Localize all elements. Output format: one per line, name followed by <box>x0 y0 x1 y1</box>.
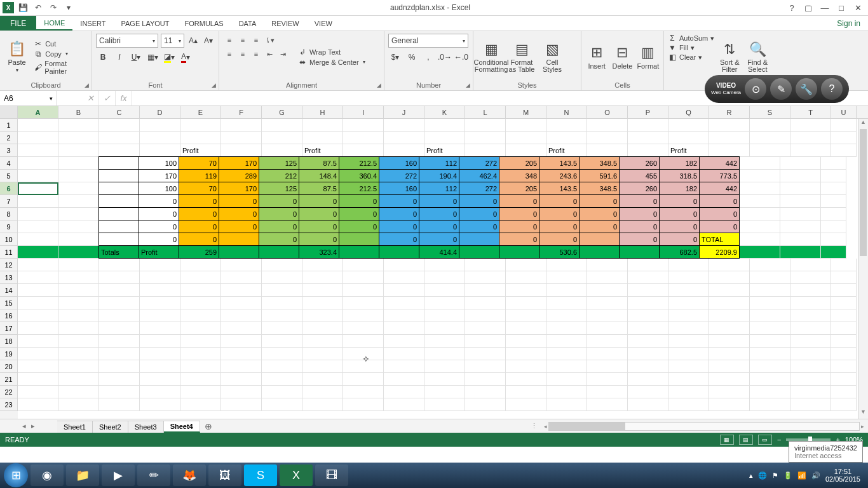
cell-I6[interactable]: 212.5 <box>339 182 379 195</box>
cell-L1[interactable] <box>465 119 506 132</box>
cell-S4[interactable] <box>740 157 780 170</box>
clear-button[interactable]: ◧Clear ▾ <box>668 53 714 62</box>
col-header-R[interactable]: R <box>709 106 750 118</box>
cell-I8[interactable]: 0 <box>339 207 379 220</box>
cell-D23[interactable] <box>140 398 180 411</box>
cell-T9[interactable] <box>780 220 821 233</box>
cell-U15[interactable] <box>831 297 857 309</box>
cell-C22[interactable] <box>99 386 140 398</box>
cell-U11[interactable] <box>821 246 846 259</box>
col-header-I[interactable]: I <box>343 106 384 118</box>
cell-A22[interactable] <box>18 386 58 398</box>
cell-L2[interactable] <box>465 132 506 144</box>
col-header-C[interactable]: C <box>99 106 140 118</box>
cell-B18[interactable] <box>58 335 99 348</box>
cell-H4[interactable]: 87.5 <box>299 156 339 170</box>
cell-P20[interactable] <box>628 360 668 373</box>
tray-clock[interactable]: 17:51 02/05/2015 <box>825 468 860 483</box>
cancel-formula-icon[interactable]: ✕ <box>83 91 99 105</box>
cell-G11[interactable] <box>259 245 299 259</box>
cell-I13[interactable] <box>343 271 384 284</box>
row-header-22[interactable]: 22 <box>0 386 18 398</box>
start-button[interactable]: ⊞ <box>4 463 28 487</box>
cell-U9[interactable] <box>821 220 846 233</box>
cell-H1[interactable] <box>302 119 343 132</box>
cell-R6[interactable]: 442 <box>699 182 740 195</box>
row-header-17[interactable]: 17 <box>0 322 18 335</box>
cell-B6[interactable] <box>58 182 99 195</box>
cell-P7[interactable]: 0 <box>619 194 660 208</box>
cell-L13[interactable] <box>465 271 506 284</box>
row-header-12[interactable]: 12 <box>0 259 18 271</box>
cell-H18[interactable] <box>302 335 343 348</box>
row-header-23[interactable]: 23 <box>0 398 18 411</box>
cell-N18[interactable] <box>546 335 587 348</box>
cell-S20[interactable] <box>750 360 790 373</box>
font-launcher[interactable]: ◢ <box>210 81 217 89</box>
col-header-A[interactable]: A <box>18 106 58 118</box>
row-header-6[interactable]: 6 <box>0 182 18 195</box>
cell-F19[interactable] <box>221 348 262 360</box>
paste-button[interactable]: 📋 Paste ▾ <box>4 34 30 80</box>
cell-J1[interactable] <box>384 119 424 132</box>
orientation-icon[interactable]: ⤹▾ <box>263 34 276 46</box>
cell-J7[interactable]: 0 <box>379 194 419 208</box>
cell-A18[interactable] <box>18 335 58 348</box>
cell-K2[interactable] <box>424 132 465 144</box>
cell-D14[interactable] <box>140 284 180 297</box>
cell-A11[interactable] <box>18 246 58 259</box>
cell-N5[interactable]: 243.6 <box>539 169 580 182</box>
cell-G10[interactable]: 0 <box>259 233 299 246</box>
col-header-P[interactable]: P <box>628 106 668 118</box>
cell-D21[interactable] <box>140 373 180 386</box>
cell-C16[interactable] <box>99 309 140 322</box>
cell-T14[interactable] <box>790 284 831 297</box>
cell-Q3[interactable]: Profit <box>668 144 709 157</box>
cell-B20[interactable] <box>58 360 99 373</box>
cell-O12[interactable] <box>587 259 628 271</box>
cell-L21[interactable] <box>465 373 506 386</box>
col-header-O[interactable]: O <box>587 106 628 118</box>
video-btn-3[interactable]: 🔧 <box>796 78 817 100</box>
tab-data[interactable]: DATA <box>231 16 264 30</box>
cell-U2[interactable] <box>831 132 857 144</box>
cell-O19[interactable] <box>587 348 628 360</box>
cell-E10[interactable]: 0 <box>179 233 219 246</box>
cell-Q8[interactable]: 0 <box>659 207 700 220</box>
row-header-2[interactable]: 2 <box>0 132 18 144</box>
cell-M23[interactable] <box>506 398 546 411</box>
cell-F22[interactable] <box>221 386 262 398</box>
cell-E18[interactable] <box>180 335 221 348</box>
cell-B3[interactable] <box>58 144 99 157</box>
cell-T2[interactable] <box>790 132 831 144</box>
cell-S3[interactable] <box>750 144 790 157</box>
cell-U13[interactable] <box>831 271 857 284</box>
cell-D7[interactable]: 0 <box>139 194 179 208</box>
cell-T23[interactable] <box>790 398 831 411</box>
cell-I10[interactable] <box>339 233 379 246</box>
cell-Q9[interactable]: 0 <box>659 220 700 233</box>
cell-D9[interactable]: 0 <box>139 220 179 233</box>
cell-C13[interactable] <box>99 271 140 284</box>
cell-C11[interactable]: Totals <box>98 245 139 259</box>
cell-P1[interactable] <box>628 119 668 132</box>
cell-Q15[interactable] <box>668 297 709 309</box>
cell-K12[interactable] <box>424 259 465 271</box>
cell-R13[interactable] <box>709 271 750 284</box>
cell-J16[interactable] <box>384 309 424 322</box>
sheet-tab-sheet3[interactable]: Sheet3 <box>128 421 164 433</box>
cell-P19[interactable] <box>628 348 668 360</box>
cell-R4[interactable]: 442 <box>699 156 740 170</box>
cell-M4[interactable]: 205 <box>499 156 539 170</box>
cell-N4[interactable]: 143.5 <box>539 156 580 170</box>
cell-P9[interactable]: 0 <box>619 220 660 233</box>
cell-N1[interactable] <box>546 119 587 132</box>
cell-R10[interactable]: TOTAL <box>699 233 740 246</box>
cell-G21[interactable] <box>262 373 302 386</box>
cell-J17[interactable] <box>384 322 424 335</box>
cell-F2[interactable] <box>221 132 262 144</box>
cell-C4[interactable] <box>98 156 139 170</box>
cell-M12[interactable] <box>506 259 546 271</box>
cell-D19[interactable] <box>140 348 180 360</box>
cell-O17[interactable] <box>587 322 628 335</box>
